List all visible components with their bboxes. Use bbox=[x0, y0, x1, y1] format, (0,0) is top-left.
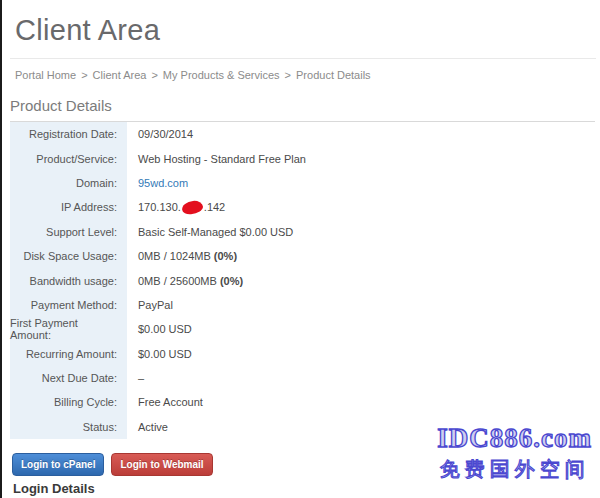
breadcrumb-my-products-services[interactable]: My Products & Services bbox=[163, 69, 280, 81]
table-row-support-level: Support Level: Basic Self-Managed $0.00 … bbox=[10, 220, 595, 244]
row-value: 09/30/2014 bbox=[127, 122, 193, 146]
breadcrumb-separator: > bbox=[285, 69, 291, 81]
table-row-next-due-date: Next Due Date: – bbox=[10, 366, 595, 390]
row-label: Status: bbox=[10, 415, 127, 439]
breadcrumb: Portal Home>Client Area>My Products & Se… bbox=[15, 69, 371, 81]
table-row-disk-space-usage: Disk Space Usage: 0MB / 1024MB (0%) bbox=[10, 244, 595, 268]
usage-text: 0MB / 25600MB bbox=[138, 275, 220, 287]
login-details-heading: Login Details bbox=[13, 481, 95, 496]
breadcrumb-separator: > bbox=[81, 69, 87, 81]
row-value: 170.130..142 bbox=[127, 195, 225, 219]
breadcrumb-client-area[interactable]: Client Area bbox=[93, 69, 147, 81]
product-details-table: Registration Date: 09/30/2014 Product/Se… bbox=[10, 122, 595, 439]
row-label: Registration Date: bbox=[10, 122, 127, 146]
table-row-bandwidth-usage: Bandwidth usage: 0MB / 25600MB (0%) bbox=[10, 268, 595, 292]
table-row-product-service: Product/Service: Web Hosting - Standard … bbox=[10, 146, 595, 170]
row-value: $0.00 USD bbox=[127, 342, 192, 366]
table-row-payment-method: Payment Method: PayPal bbox=[10, 293, 595, 317]
login-to-cpanel-button[interactable]: Login to cPanel bbox=[12, 453, 104, 476]
page-title: Client Area bbox=[15, 14, 160, 47]
section-title: Product Details bbox=[10, 97, 595, 122]
row-label: Product/Service: bbox=[10, 146, 127, 170]
login-to-webmail-button[interactable]: Login to Webmail bbox=[111, 453, 212, 476]
usage-text: 0MB / 1024MB bbox=[138, 250, 214, 262]
header-divider bbox=[10, 58, 596, 59]
row-value: PayPal bbox=[127, 293, 173, 317]
usage-percent: (0%) bbox=[220, 275, 243, 287]
watermark-chinese-text: 免费国外空间 bbox=[437, 456, 592, 483]
table-row-domain: Domain: 95wd.com bbox=[10, 171, 595, 195]
row-value: 0MB / 1024MB (0%) bbox=[127, 244, 237, 268]
table-row-status: Status: Active bbox=[10, 415, 595, 439]
breadcrumb-product-details: Product Details bbox=[296, 69, 371, 81]
table-row-registration-date: Registration Date: 09/30/2014 bbox=[10, 122, 595, 146]
row-label: IP Address: bbox=[10, 195, 127, 219]
table-row-billing-cycle: Billing Cycle: Free Account bbox=[10, 390, 595, 414]
status-value: Active bbox=[127, 415, 168, 439]
row-label: First Payment Amount: bbox=[10, 317, 127, 341]
usage-percent: (0%) bbox=[214, 250, 237, 262]
row-label: Bandwidth usage: bbox=[10, 268, 127, 292]
redaction-scribble bbox=[181, 200, 203, 215]
breadcrumb-portal-home[interactable]: Portal Home bbox=[15, 69, 76, 81]
table-row-ip-address: IP Address: 170.130..142 bbox=[10, 195, 595, 219]
breadcrumb-separator: > bbox=[151, 69, 157, 81]
row-value: – bbox=[127, 366, 144, 390]
table-row-recurring-amount: Recurring Amount: $0.00 USD bbox=[10, 342, 595, 366]
row-label: Domain: bbox=[10, 171, 127, 195]
row-label: Billing Cycle: bbox=[10, 390, 127, 414]
row-value: 0MB / 25600MB (0%) bbox=[127, 268, 243, 292]
row-value: Basic Self-Managed $0.00 USD bbox=[127, 220, 293, 244]
row-label: Next Due Date: bbox=[10, 366, 127, 390]
row-label: Payment Method: bbox=[10, 293, 127, 317]
row-label: Support Level: bbox=[10, 220, 127, 244]
ip-suffix: .142 bbox=[204, 201, 225, 213]
row-value: $0.00 USD bbox=[127, 317, 192, 341]
ip-prefix: 170.130. bbox=[138, 201, 181, 213]
table-row-first-payment-amount: First Payment Amount: $0.00 USD bbox=[10, 317, 595, 341]
screenshot-left-border bbox=[0, 0, 2, 498]
row-value: Free Account bbox=[127, 390, 203, 414]
action-buttons: Login to cPanel Login to Webmail bbox=[12, 453, 213, 476]
row-value: Web Hosting - Standard Free Plan bbox=[127, 146, 306, 170]
row-value: 95wd.com bbox=[127, 171, 188, 195]
row-label: Disk Space Usage: bbox=[10, 244, 127, 268]
domain-link[interactable]: 95wd.com bbox=[138, 177, 188, 189]
row-label: Recurring Amount: bbox=[10, 342, 127, 366]
